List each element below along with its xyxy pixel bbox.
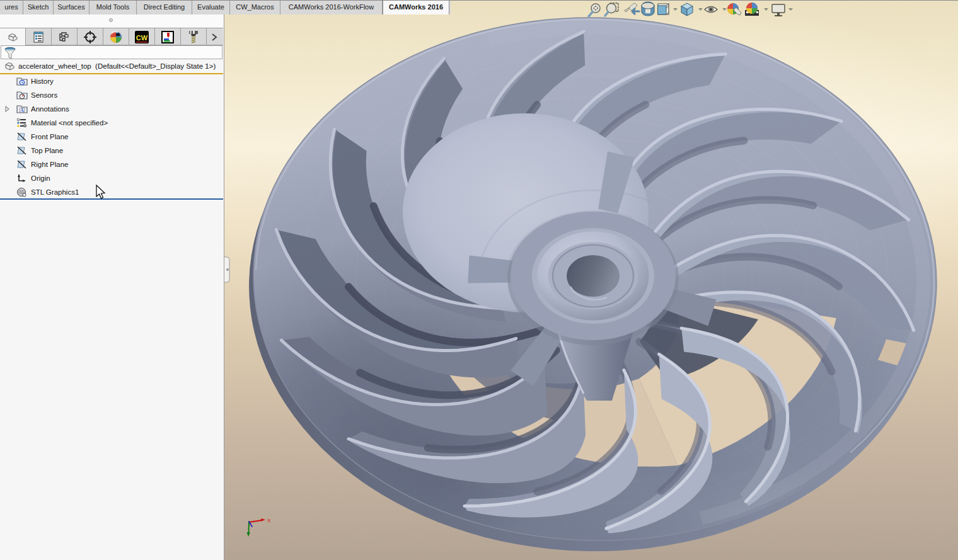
svg-text:A: A	[20, 108, 24, 113]
svg-text:X: X	[267, 518, 271, 523]
svg-text:CW: CW	[136, 33, 148, 41]
